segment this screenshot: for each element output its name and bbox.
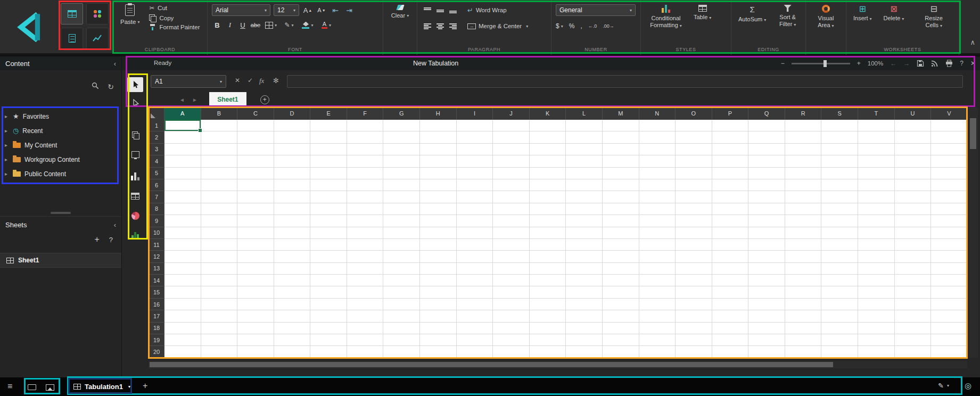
column-header-O[interactable]: O	[676, 108, 712, 120]
cell-G18[interactable]	[383, 323, 420, 334]
cell-Q12[interactable]	[748, 251, 785, 262]
cell-R9[interactable]	[785, 215, 822, 227]
cell-B3[interactable]	[201, 144, 238, 155]
cell-D12[interactable]	[274, 251, 311, 262]
cell-K10[interactable]	[530, 227, 566, 239]
cell-P1[interactable]	[712, 120, 749, 131]
align-center-button[interactable]	[434, 21, 446, 31]
cell-G11[interactable]	[383, 239, 420, 251]
cell-E11[interactable]	[310, 239, 347, 251]
cell-N11[interactable]	[639, 239, 676, 251]
cell-D11[interactable]	[274, 239, 311, 251]
cell-V6[interactable]	[931, 179, 967, 191]
column-header-R[interactable]: R	[785, 108, 822, 120]
font-family-select[interactable]: Arial▾	[212, 4, 270, 16]
cell-D20[interactable]	[274, 346, 311, 358]
collapse-ribbon-button[interactable]: ∧	[970, 38, 975, 46]
cell-O15[interactable]	[676, 286, 712, 298]
cell-R12[interactable]	[785, 251, 822, 262]
cell-N12[interactable]	[639, 251, 676, 262]
align-bottom-button[interactable]	[447, 5, 459, 15]
cell-M20[interactable]	[603, 346, 639, 358]
cell-N19[interactable]	[639, 334, 676, 346]
cell-T3[interactable]	[858, 144, 895, 155]
visual-chart-tool-button[interactable]	[127, 228, 143, 243]
cell-B1[interactable]	[201, 120, 238, 131]
column-header-V[interactable]: V	[931, 108, 967, 120]
cell-J16[interactable]	[493, 299, 530, 310]
row-header-4[interactable]: 4	[149, 155, 164, 167]
cell-E4[interactable]	[310, 155, 347, 167]
cell-S8[interactable]	[821, 203, 858, 215]
cell-H1[interactable]	[420, 120, 457, 131]
cell-U15[interactable]	[895, 286, 932, 298]
cell-N16[interactable]	[639, 299, 676, 310]
cell-O20[interactable]	[676, 346, 712, 358]
cell-H8[interactable]	[420, 203, 457, 215]
cell-I19[interactable]	[457, 334, 493, 346]
cell-F8[interactable]	[347, 203, 384, 215]
cell-C1[interactable]	[237, 120, 274, 131]
cell-H7[interactable]	[420, 191, 457, 203]
cell-P5[interactable]	[712, 168, 749, 179]
cell-O9[interactable]	[676, 215, 712, 227]
cell-C14[interactable]	[237, 275, 274, 286]
display-tool-button[interactable]	[127, 147, 143, 162]
cut-button[interactable]: ✂Cut	[149, 4, 200, 12]
cell-C15[interactable]	[237, 286, 274, 298]
cell-E16[interactable]	[310, 299, 347, 310]
cell-A6[interactable]	[164, 179, 201, 191]
cell-Q11[interactable]	[748, 239, 785, 251]
expander-icon[interactable]: ▸	[5, 128, 9, 134]
cell-H3[interactable]	[420, 144, 457, 155]
cell-B5[interactable]	[201, 168, 238, 179]
cell-R7[interactable]	[785, 191, 822, 203]
decrease-indent-button[interactable]: ⇤	[330, 5, 341, 15]
crosstab-tool-button[interactable]	[127, 188, 143, 203]
cell-G9[interactable]	[383, 215, 420, 227]
cell-C7[interactable]	[237, 191, 274, 203]
cell-F6[interactable]	[347, 179, 384, 191]
cell-U11[interactable]	[895, 239, 932, 251]
cell-E2[interactable]	[310, 131, 347, 143]
cell-name-box[interactable]: A1 ▾	[151, 75, 226, 88]
cell-D8[interactable]	[274, 203, 311, 215]
cell-K2[interactable]	[530, 131, 566, 143]
cell-I6[interactable]	[457, 179, 493, 191]
row-header-10[interactable]: 10	[149, 227, 164, 239]
cell-I1[interactable]	[457, 120, 493, 131]
cell-V12[interactable]	[931, 251, 967, 262]
cell-J19[interactable]	[493, 334, 530, 346]
cell-K19[interactable]	[530, 334, 566, 346]
vertical-scrollbar[interactable]	[968, 108, 978, 358]
number-format-select[interactable]: General▾	[556, 4, 636, 16]
column-header-Q[interactable]: Q	[748, 108, 785, 120]
tree-item-workgroup-content[interactable]: ▸ Workgroup Content	[0, 152, 121, 167]
cell-Q10[interactable]	[748, 227, 785, 239]
cell-S9[interactable]	[821, 215, 858, 227]
row-header-5[interactable]: 5	[149, 168, 164, 179]
cell-C4[interactable]	[237, 155, 274, 167]
cell-O11[interactable]	[676, 239, 712, 251]
cell-M3[interactable]	[603, 144, 639, 155]
cell-Q4[interactable]	[748, 155, 785, 167]
cell-M1[interactable]	[603, 120, 639, 131]
row-header-18[interactable]: 18	[149, 323, 164, 334]
column-header-I[interactable]: I	[457, 108, 493, 120]
cell-U1[interactable]	[895, 120, 932, 131]
cell-F19[interactable]	[347, 334, 384, 346]
cell-Q1[interactable]	[748, 120, 785, 131]
cell-V14[interactable]	[931, 275, 967, 286]
column-header-E[interactable]: E	[310, 108, 347, 120]
cell-C10[interactable]	[237, 227, 274, 239]
cell-K9[interactable]	[530, 215, 566, 227]
cell-O16[interactable]	[676, 299, 712, 310]
cell-A14[interactable]	[164, 275, 201, 286]
next-sheet-button[interactable]: ►	[192, 97, 197, 103]
bold-button[interactable]: B	[212, 20, 223, 30]
cell-I7[interactable]	[457, 191, 493, 203]
cell-N2[interactable]	[639, 131, 676, 143]
cell-T11[interactable]	[858, 239, 895, 251]
cell-K11[interactable]	[530, 239, 566, 251]
row-header-19[interactable]: 19	[149, 334, 164, 346]
